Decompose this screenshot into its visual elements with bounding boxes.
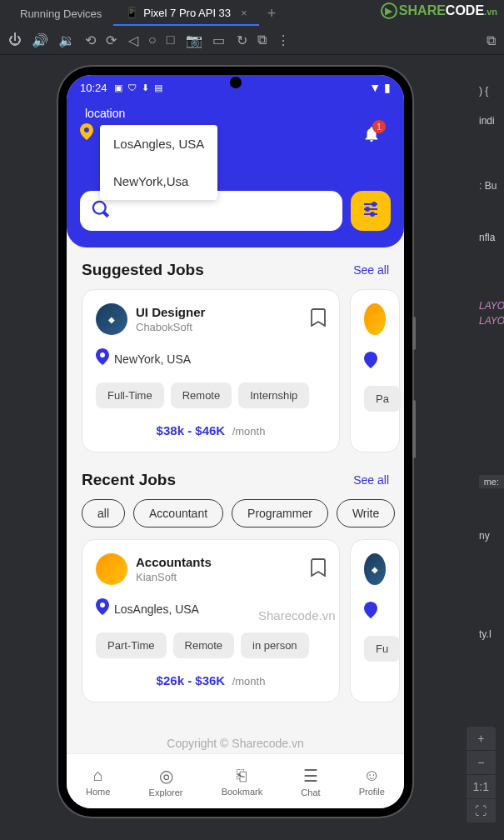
rotate-right-icon[interactable]: ⟳ — [106, 32, 117, 48]
device-screen[interactable]: 10:24 ▣ 🛡 ⬇ ▤ ▼ ▮ location — [67, 75, 404, 808]
job-tag-remote[interactable]: Remote — [171, 382, 232, 408]
chip-all[interactable]: all — [82, 499, 125, 528]
recent-job-card[interactable]: ◆ Fu — [350, 539, 400, 702]
location-option-newyork[interactable]: NewYork,Usa — [100, 162, 217, 200]
location-pin-icon — [364, 352, 377, 372]
battery-icon: ▮ — [384, 81, 391, 94]
code-editor-peek: ) { indi : Bu nfla LAYO LAYO ny ty.I — [479, 83, 504, 642]
location-pin-icon — [96, 348, 109, 369]
overview-icon[interactable]: □ — [167, 32, 175, 48]
job-tag-parttime[interactable]: Part-Time — [96, 632, 167, 658]
zoom-in-button[interactable]: + — [467, 727, 496, 751]
add-tab-button[interactable]: + — [267, 5, 277, 22]
back-icon[interactable]: ◁ — [128, 32, 138, 48]
more-icon[interactable]: ⋮ — [277, 32, 290, 48]
bottom-nav: ⌂ Home ◎ Explorer ⎗ Bookmark ☰ Chat ☺ Pr… — [67, 753, 404, 808]
chat-icon: ☰ — [303, 766, 318, 786]
company-logo — [96, 553, 127, 585]
location-option-losangeles[interactable]: LosAngles, USA — [100, 125, 217, 162]
chip-programmer[interactable]: Programmer — [232, 499, 328, 528]
company-logo: ◆ — [96, 303, 127, 335]
location-pin-icon — [96, 598, 109, 619]
nav-bookmark[interactable]: ⎗ Bookmark — [222, 766, 263, 797]
zoom-controls: + − 1:1 ⛶ — [467, 727, 496, 823]
nav-chat[interactable]: ☰ Chat — [301, 766, 320, 798]
job-tag-fulltime[interactable]: Full-Time — [96, 382, 164, 408]
home-icon[interactable]: ○ — [148, 32, 157, 48]
status-time: 10:24 — [80, 82, 107, 94]
bookmark-icon[interactable] — [311, 558, 326, 581]
notification-button[interactable]: 1 — [362, 125, 381, 148]
tab-pixel-device[interactable]: 📱 Pixel 7 Pro API 33 × — [113, 2, 258, 26]
location-label: location — [85, 107, 391, 120]
location-pin-icon — [364, 602, 377, 622]
recent-jobs-title: Recent Jobs — [82, 471, 176, 489]
nav-profile[interactable]: ☺ Profile — [359, 766, 385, 797]
screen-share-icon[interactable]: ⧉ — [487, 33, 496, 48]
chip-write[interactable]: Write — [337, 499, 395, 528]
job-tag-remote[interactable]: Remote — [173, 632, 235, 658]
nav-home[interactable]: ⌂ Home — [86, 766, 110, 797]
card-icon: ▣ — [114, 82, 122, 93]
zoom-out-button[interactable]: − — [467, 751, 496, 775]
chip-accountant[interactable]: Accountant — [133, 499, 223, 528]
ide-toolbar: ⏻ 🔊 🔉 ⟲ ⟳ ◁ ○ □ 📷 ▭ ↻ ⧉ ⋮ ⧉ — [0, 27, 504, 55]
location-dropdown: LosAngles, USA NewYork,Usa — [100, 125, 217, 200]
reload-icon[interactable]: ↻ — [237, 32, 247, 48]
watermark-copyright: Copyright © Sharecode.vn — [167, 737, 303, 750]
volume-down-icon[interactable]: 🔉 — [58, 32, 75, 48]
job-salary-period: /month — [232, 675, 266, 688]
job-tag[interactable]: Pa — [364, 386, 401, 412]
zoom-reset-button[interactable]: 1:1 — [467, 775, 496, 799]
job-company: KianSoft — [136, 571, 302, 583]
job-salary: $38k - $46K — [157, 423, 226, 438]
device-icon: 📱 — [125, 7, 138, 19]
suggested-jobs-title: Suggested Jobs — [82, 261, 204, 279]
suggested-job-card[interactable]: ◆ UI Designer ChabokSoft NewYork, USA — [82, 289, 340, 452]
watermark-text: Sharecode.vn — [258, 608, 336, 622]
nav-explorer[interactable]: ◎ Explorer — [149, 766, 183, 798]
phone-camera-notch — [230, 77, 242, 88]
sharecode-watermark: ▶ SHARECODE.vn — [381, 2, 497, 19]
job-title: UI Designer — [136, 305, 302, 319]
job-salary: $26k - $36K — [157, 673, 226, 688]
shield-icon: 🛡 — [127, 82, 137, 93]
job-location: LosAngles, USA — [114, 602, 199, 616]
home-icon: ⌂ — [93, 766, 103, 785]
record-icon[interactable]: ▭ — [212, 32, 225, 48]
job-tag-internship[interactable]: Internship — [238, 382, 309, 408]
tab-label: Pixel 7 Pro API 33 — [143, 7, 231, 19]
location-pin-icon[interactable] — [80, 127, 93, 143]
download-icon: ⬇ — [142, 82, 149, 93]
close-tab-icon[interactable]: × — [241, 7, 247, 19]
company-logo: ◆ — [364, 553, 386, 585]
filter-button[interactable] — [351, 191, 391, 231]
profile-icon: ☺ — [363, 766, 380, 785]
device-frame: 10:24 ▣ 🛡 ⬇ ▤ ▼ ▮ location — [58, 67, 412, 817]
tab-running-devices[interactable]: Running Devices — [8, 2, 113, 25]
bookmark-icon: ⎗ — [237, 766, 247, 785]
job-tag-inperson[interactable]: in person — [241, 632, 308, 658]
job-title: Accountants — [136, 555, 302, 569]
bookmark-icon[interactable] — [311, 308, 326, 331]
volume-up-icon[interactable]: 🔊 — [32, 32, 48, 48]
screenshot-icon[interactable]: 📷 — [186, 32, 202, 48]
sliders-icon — [361, 199, 381, 222]
job-salary-period: /month — [232, 425, 266, 438]
code-hint: me: — [479, 475, 504, 488]
job-location: NewYork, USA — [114, 352, 191, 366]
suggested-job-card[interactable]: Pa — [350, 289, 400, 452]
app-header: location 1 LosAngles, USA NewYork,Usa — [67, 100, 404, 248]
power-icon[interactable]: ⏻ — [8, 32, 22, 48]
notification-badge: 1 — [372, 120, 386, 133]
zoom-fit-button[interactable]: ⛶ — [467, 799, 496, 823]
suggested-see-all-link[interactable]: See all — [353, 263, 389, 277]
recent-see-all-link[interactable]: See all — [353, 473, 389, 487]
devices-icon[interactable]: ⧉ — [257, 32, 267, 48]
svg-point-3 — [366, 208, 369, 211]
compass-icon: ◎ — [159, 766, 173, 786]
job-tag[interactable]: Fu — [364, 636, 400, 662]
rotate-left-icon[interactable]: ⟲ — [85, 32, 96, 48]
svg-point-5 — [371, 212, 374, 216]
search-icon — [92, 200, 110, 222]
